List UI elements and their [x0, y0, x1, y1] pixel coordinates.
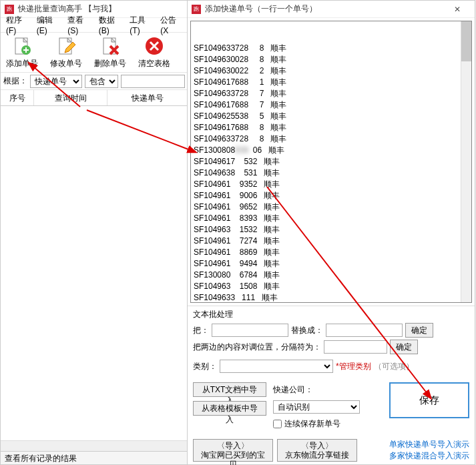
- add-button[interactable]: 添加单号: [6, 35, 38, 69]
- filter-value-input[interactable]: [121, 75, 185, 88]
- replace-from-input[interactable]: [212, 324, 288, 337]
- batch-section-label: 文本批处理: [193, 309, 469, 320]
- add-titlebar: 跑 添加快递单号（一行一个单号） ✕: [188, 1, 475, 18]
- courier-label: 快递公司：: [273, 384, 313, 396]
- replace-from-label: 把：: [193, 325, 209, 336]
- replace-to-label: 替换成：: [291, 325, 323, 336]
- import-tpl-button[interactable]: 从表格模板中导入: [193, 401, 266, 416]
- swap-sep-input[interactable]: [324, 340, 387, 354]
- save-button[interactable]: 保存: [389, 382, 469, 418]
- text-batch-section: 文本批处理 把： 替换成： 确定 把两边的内容对调位置，分隔符为： 确定 类别：…: [188, 306, 475, 378]
- filter-field-select[interactable]: 快递单号: [30, 75, 82, 88]
- col-time[interactable]: 查询时间: [34, 90, 107, 105]
- delete-label: 删除单号: [94, 58, 126, 69]
- h-scrollbar[interactable]: [1, 440, 188, 451]
- edit-button[interactable]: 修改单号: [50, 35, 82, 69]
- tracking-textarea[interactable]: SF1049633728 8 顺丰SF1049630028 8 顺丰SF1049…: [190, 21, 472, 303]
- page-plus-icon: [11, 35, 33, 57]
- app-icon: 跑: [5, 5, 14, 14]
- col-trackno[interactable]: 快递单号: [107, 90, 188, 105]
- edit-label: 修改单号: [50, 58, 82, 69]
- status-bar: 查看所有记录的结果: [1, 451, 188, 464]
- page-x-icon: [99, 35, 121, 57]
- add-window: 跑 添加快递单号（一行一个单号） ✕ SF1049633728 8 顺丰SF10…: [187, 0, 475, 465]
- filter-bar: 根据： 快递单号 包含: [1, 73, 188, 90]
- keep-save-checkbox[interactable]: 连续保存新单号: [273, 418, 360, 430]
- menubar: 程序(F) 编辑(E) 查看(S) 数据(B) 工具(T) 公告(X: [1, 18, 188, 33]
- clear-button[interactable]: 清空表格: [138, 35, 170, 69]
- import-jd-button[interactable]: 〈导入〉 京东物流分享链接: [277, 439, 357, 462]
- demo-multi-link[interactable]: 多家快递混合导入演示: [389, 450, 469, 462]
- replace-ok-button[interactable]: 确定: [405, 323, 433, 338]
- bottom-section: 〈导入〉 淘宝网已买到的宝贝 〈导入〉 京东物流分享链接 单家快递单号导入演示 …: [188, 436, 475, 464]
- import-txt-button[interactable]: 从TXT文档中导入: [193, 382, 266, 397]
- delete-button[interactable]: 删除单号: [94, 35, 126, 69]
- swap-ok-button[interactable]: 确定: [390, 340, 418, 354]
- category-label: 类别：: [193, 361, 217, 372]
- import-section: 从TXT文档中导入 从表格模板中导入 快递公司： 自动识别 连续保存新单号 保存: [188, 378, 475, 436]
- manage-category-link[interactable]: *管理类别: [336, 361, 371, 372]
- filter-op-select[interactable]: 包含: [85, 75, 118, 88]
- v-scrollbar[interactable]: [461, 21, 471, 302]
- filter-label: 根据：: [3, 75, 27, 87]
- grid-header: 序号 查询时间 快递单号: [1, 90, 188, 106]
- demo-single-link[interactable]: 单家快递单号导入演示: [389, 439, 469, 450]
- clear-label: 清空表格: [138, 58, 170, 69]
- grid-body[interactable]: [1, 106, 188, 440]
- toolbar: 添加单号 修改单号 删除单号 清空表格: [1, 33, 188, 73]
- category-select[interactable]: [220, 360, 333, 373]
- courier-select[interactable]: 自动识别: [273, 400, 360, 414]
- swap-label: 把两边的内容对调位置，分隔符为：: [193, 342, 321, 353]
- optional-hint: （可选项）: [374, 361, 414, 372]
- import-taobao-button[interactable]: 〈导入〉 淘宝网已买到的宝贝: [193, 439, 273, 462]
- page-pencil-icon: [55, 35, 77, 57]
- close-icon[interactable]: ✕: [444, 5, 471, 14]
- add-title: 添加快递单号（一行一个单号）: [205, 3, 444, 15]
- replace-to-input[interactable]: [326, 324, 403, 337]
- col-seq[interactable]: 序号: [1, 90, 34, 105]
- add-label: 添加单号: [6, 58, 38, 69]
- app-icon: 跑: [192, 5, 201, 14]
- circle-x-icon: [144, 35, 165, 57]
- main-window: 跑 快递批量查询高手 【与我】 程序(F) 编辑(E) 查看(S) 数据(B) …: [0, 0, 188, 465]
- keep-save-check[interactable]: [273, 420, 282, 428]
